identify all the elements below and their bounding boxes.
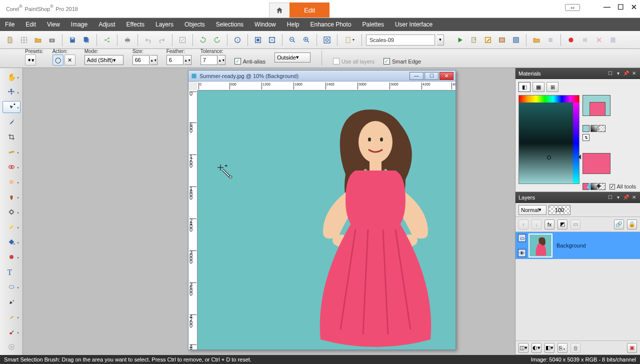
- undo-icon[interactable]: [142, 34, 154, 46]
- open-script-icon[interactable]: [530, 34, 542, 46]
- home-tab[interactable]: [269, 2, 290, 18]
- info-icon[interactable]: i: [232, 34, 244, 46]
- fg-pattern-swatch[interactable]: [598, 125, 606, 132]
- layer-preview-icon[interactable]: ▣: [627, 343, 637, 353]
- record-icon[interactable]: [565, 34, 577, 46]
- zoom-out-icon[interactable]: [286, 34, 298, 46]
- menu-palettes[interactable]: Palettes: [362, 21, 384, 28]
- warp-tool[interactable]: ▸: [2, 311, 20, 323]
- menu-adjust[interactable]: Adjust: [98, 21, 115, 28]
- crop-tool[interactable]: [2, 131, 20, 143]
- maximize-button[interactable]: ☐: [618, 3, 624, 11]
- panel-minimize-icon[interactable]: ▾: [615, 194, 621, 200]
- pen-tool[interactable]: [2, 296, 20, 308]
- smart-edge-checkbox[interactable]: ✓Smart Edge: [384, 58, 421, 64]
- size-input[interactable]: 66: [132, 55, 150, 65]
- menu-file[interactable]: File: [5, 21, 14, 28]
- size-spinner[interactable]: ▲▼: [150, 55, 158, 65]
- script-edit-icon[interactable]: [482, 34, 494, 46]
- camera-icon[interactable]: [46, 34, 58, 46]
- add-tool[interactable]: [2, 341, 20, 353]
- materials-tab-rainbow[interactable]: ▦: [532, 82, 544, 92]
- zoom-in-icon[interactable]: [300, 34, 312, 46]
- fill-tool[interactable]: ▸: [2, 236, 20, 248]
- move-tool[interactable]: ▸: [2, 86, 20, 98]
- action-remove-icon[interactable]: ✕: [64, 54, 76, 66]
- actual-size-icon[interactable]: [266, 34, 278, 46]
- menu-enhance-photo[interactable]: Enhance Photo: [310, 21, 351, 28]
- shape-tool[interactable]: ▸: [2, 251, 20, 263]
- minimize-button[interactable]: —: [604, 3, 610, 11]
- delete-layer-icon[interactable]: 🗑: [570, 343, 580, 353]
- layer-row-background[interactable]: ▭ 👁 Background: [516, 232, 640, 259]
- document-title-bar[interactable]: Summer-ready.jpg @ 10% (Background) — ☐ …: [188, 70, 456, 82]
- menu-objects[interactable]: Objects: [184, 21, 205, 28]
- menu-edit[interactable]: Edit: [26, 21, 36, 28]
- layer-lock-icon[interactable]: 🔒: [627, 220, 637, 230]
- stop-script-icon[interactable]: [544, 34, 556, 46]
- layers-panel-header[interactable]: Layers ☐ ▾ 📌 ✕: [516, 192, 640, 203]
- color-picker[interactable]: [518, 95, 580, 184]
- new-adjustment-icon[interactable]: ◧▾: [544, 343, 554, 353]
- menu-user-interface[interactable]: User Interface: [395, 21, 432, 28]
- red-eye-tool[interactable]: ▸: [2, 161, 20, 173]
- tolerance-spinner[interactable]: ▲▼: [218, 55, 226, 65]
- materials-tab-swatches[interactable]: ⊞: [546, 82, 558, 92]
- materials-tab-frame[interactable]: ◧: [518, 82, 530, 92]
- share-icon[interactable]: [101, 34, 113, 46]
- opacity-input[interactable]: 100: [548, 205, 570, 215]
- pan-tool[interactable]: ✋▸: [2, 71, 20, 83]
- print-icon[interactable]: [122, 34, 134, 46]
- doc-close-button[interactable]: ✕: [440, 72, 454, 80]
- panel-close-icon[interactable]: ✕: [631, 194, 637, 200]
- save-icon[interactable]: [66, 34, 78, 46]
- rotate-right-icon[interactable]: [211, 34, 223, 46]
- layer-expand-icon[interactable]: ▭: [518, 234, 526, 242]
- oil-brush-tool[interactable]: ▸: [2, 326, 20, 338]
- all-tools-checkbox[interactable]: ✓All tools: [610, 184, 636, 190]
- menu-selections[interactable]: Selections: [216, 21, 244, 28]
- panel-close-icon[interactable]: ✕: [631, 70, 637, 76]
- action-add-icon[interactable]: ◯: [52, 54, 64, 66]
- makeover-tool[interactable]: ▸: [2, 176, 20, 188]
- script-list-icon[interactable]: [496, 34, 508, 46]
- panel-pin-icon[interactable]: 📌: [623, 70, 629, 76]
- use-all-layers-checkbox[interactable]: Use all layers: [333, 58, 374, 64]
- edit-tab[interactable]: Edit: [290, 2, 330, 18]
- layer-group-icon[interactable]: ▭: [570, 220, 580, 230]
- straighten-tool[interactable]: ▸: [2, 146, 20, 158]
- fg-gradient-swatch[interactable]: [590, 125, 598, 132]
- script-dropdown-arrow[interactable]: ▼: [437, 34, 444, 46]
- eyedropper-tool[interactable]: [2, 116, 20, 128]
- pause-icon[interactable]: [579, 34, 591, 46]
- new-file-icon[interactable]: [4, 34, 16, 46]
- new-mask-layer-icon[interactable]: ◐▾: [532, 343, 542, 353]
- redo-icon[interactable]: [156, 34, 168, 46]
- text-tool[interactable]: T: [2, 266, 20, 278]
- match-mode-select[interactable]: Outside ▾: [274, 52, 310, 62]
- layer-up-icon[interactable]: ↑: [518, 220, 528, 230]
- play-script-icon[interactable]: [454, 34, 466, 46]
- panel-float-icon[interactable]: ☐: [607, 70, 613, 76]
- layer-link-icon[interactable]: 🔗: [614, 220, 624, 230]
- feather-spinner[interactable]: ▲▼: [184, 55, 192, 65]
- hue-slider-icon[interactable]: [578, 154, 581, 160]
- fg-solid-swatch[interactable]: [582, 125, 590, 132]
- mode-select[interactable]: Add (Shift) ▾: [84, 55, 124, 65]
- selection-tool[interactable]: ✦▸: [2, 101, 20, 113]
- new-layer-icon[interactable]: ◫▾: [518, 343, 528, 353]
- close-button[interactable]: ✕: [631, 3, 637, 11]
- selection-shape-tool[interactable]: ▸: [2, 281, 20, 293]
- fit-window-icon[interactable]: [252, 34, 264, 46]
- clone-tool[interactable]: ▸: [2, 191, 20, 203]
- doc-minimize-button[interactable]: —: [410, 72, 424, 80]
- menu-image[interactable]: Image: [71, 21, 88, 28]
- antialias-checkbox[interactable]: ✓Anti-alias: [234, 58, 266, 64]
- feather-input[interactable]: 6: [166, 55, 184, 65]
- add-swatch-icon[interactable]: ✚: [596, 183, 601, 190]
- background-swatch-2[interactable]: [582, 153, 610, 174]
- eraser-tool[interactable]: ▸: [2, 221, 20, 233]
- canvas[interactable]: +: [198, 90, 456, 350]
- layer-visibility-icon[interactable]: 👁: [518, 249, 526, 257]
- layer-fx-icon[interactable]: fx: [544, 220, 554, 230]
